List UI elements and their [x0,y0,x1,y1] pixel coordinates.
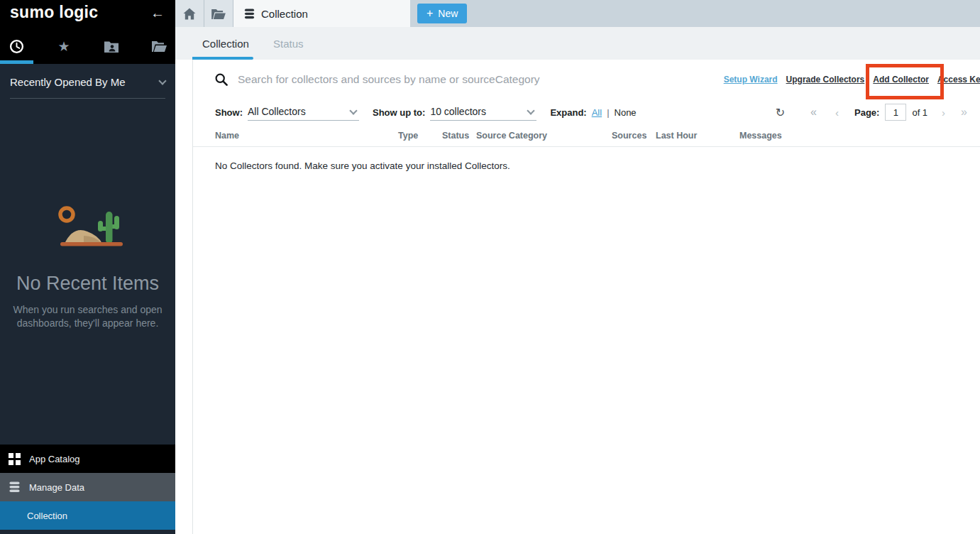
database-icon [244,9,255,19]
last-page-icon[interactable]: » [961,106,967,119]
sidebar-item-app-catalog[interactable]: App Catalog [0,445,175,473]
favorites-star-icon[interactable]: ★ [56,38,72,54]
add-collector-link[interactable]: Add Collector [873,75,929,85]
library-folder-icon[interactable] [151,38,167,54]
recently-opened-label: Recently Opened By Me [10,76,126,88]
no-collectors-message: No Collectors found. Make sure you activ… [215,160,980,171]
chevron-down-icon [527,107,535,114]
page-size-value: 10 collectors [430,106,486,117]
recently-opened-selector[interactable]: Recently Opened By Me [10,64,165,99]
sidebar-header: sumo logic ← ★ [0,0,175,64]
collection-subnav: Collection Status [175,27,980,60]
show-up-to-label: Show up to: [373,107,425,118]
upgrade-collectors-link[interactable]: Upgrade Collectors [786,75,865,85]
expand-label: Expand: [550,107,586,118]
chevron-down-icon [349,107,357,114]
column-sources: Sources [612,131,656,141]
show-label: Show: [215,107,243,118]
search-row: Setup Wizard Upgrade Collectors Add Coll… [193,60,980,99]
expand-separator: | [607,107,609,118]
collectors-table-header: Name Type Status Source Category Sources… [193,125,980,147]
collection-label: Collection [27,511,67,521]
column-source-category: Source Category [476,131,612,141]
previous-page-icon[interactable]: ‹ [835,107,839,119]
no-recent-items-title: No Recent Items [0,273,175,295]
no-recent-items-description: When you run searches and open dashboard… [11,303,165,330]
search-icon [215,73,228,86]
collectors-toolbar: Show: All Collectors Show up to: 10 coll… [193,99,980,125]
column-name: Name [215,131,398,141]
collector-action-links: Setup Wizard Upgrade Collectors Add Coll… [724,75,980,85]
page-size-dropdown[interactable]: 10 collectors [430,104,536,121]
first-page-icon[interactable]: « [810,106,817,119]
access-keys-link[interactable]: Access Keys [937,75,980,85]
column-status: Status [442,131,476,141]
left-sidebar: sumo logic ← ★ [0,0,175,534]
search-input[interactable] [238,73,724,86]
next-page-icon[interactable]: › [942,107,945,119]
page-total: of 1 [912,107,927,118]
sidebar-icon-nav: ★ [0,36,175,57]
pagination-controls: ↻ « ‹ Page: of 1 › » [776,104,971,121]
desert-cactus-illustration [45,205,131,251]
personal-folder-icon[interactable] [104,38,119,54]
collapse-sidebar-icon[interactable]: ← [150,5,165,21]
tab-collection[interactable]: Collection [202,38,249,50]
show-filter-dropdown[interactable]: All Collectors [248,104,359,121]
new-button[interactable]: + New [417,4,467,23]
show-filter-value: All Collectors [248,106,306,117]
tab-status[interactable]: Status [273,38,304,50]
app-grid-icon [9,453,21,465]
home-tab-button[interactable] [175,0,204,27]
recents-clock-icon[interactable] [9,38,24,54]
column-messages: Messages [739,131,980,141]
refresh-icon[interactable]: ↻ [776,106,785,119]
manage-data-label: Manage Data [29,482,84,493]
top-tab-strip: Collection + New [175,0,980,27]
sidebar-item-collection[interactable]: Collection [0,501,175,530]
column-type: Type [398,131,442,141]
collection-tab-label: Collection [261,8,308,20]
column-last-hour: Last Hour [656,131,739,141]
plus-icon: + [426,8,433,19]
expand-none-link[interactable]: None [615,107,637,118]
setup-wizard-link[interactable]: Setup Wizard [724,75,778,85]
selected-nav-indicator [0,60,33,64]
sidebar-bottom-menu: App Catalog Manage Data Collection [0,445,175,530]
expand-all-link[interactable]: All [592,107,602,118]
open-folder-icon [211,9,226,19]
sumo-logic-logo: sumo logic [10,3,98,22]
page-number-input[interactable] [885,104,906,121]
database-icon [9,481,21,493]
chevron-down-icon [158,77,166,85]
new-button-label: New [438,8,458,19]
collection-window-tab[interactable]: Collection [233,0,410,27]
home-icon [183,8,196,20]
library-tab-button[interactable] [204,0,233,27]
page-label: Page: [854,107,879,118]
sidebar-item-manage-data[interactable]: Manage Data [0,473,175,501]
sidebar-empty-state: No Recent Items When you run searches an… [0,205,175,330]
app-catalog-label: App Catalog [29,454,80,464]
collection-main-panel: Setup Wizard Upgrade Collectors Add Coll… [192,60,980,534]
